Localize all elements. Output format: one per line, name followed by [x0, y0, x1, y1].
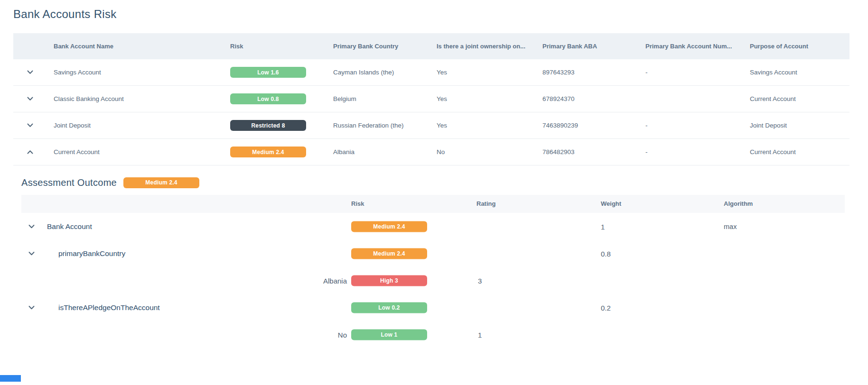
table-row: Joint Deposit Restricted 8 Russian Feder…: [13, 112, 849, 139]
column-header-purpose-of-account: Purpose of Account: [750, 43, 849, 50]
primary-bank-aba-cell: 897643293: [542, 69, 645, 76]
overall-risk-badge: Medium 2.4: [123, 177, 199, 188]
algorithm-cell: max: [724, 223, 737, 230]
purpose-of-account-cell: Joint Deposit: [750, 122, 849, 129]
chevron-down-icon: [27, 97, 33, 101]
bank-account-name-cell: Joint Deposit: [54, 122, 230, 129]
primary-bank-country-cell: Cayman Islands (the): [333, 69, 437, 76]
bank-account-name-cell: Classic Banking Account: [54, 95, 230, 102]
joint-ownership-cell: Yes: [437, 69, 542, 76]
primary-bank-country-cell: Russian Federation (the): [333, 122, 437, 129]
primary-bank-country-cell: Belgium: [333, 95, 437, 102]
assessment-row: Bank Account Medium 2.4 1 max: [21, 213, 845, 240]
chevron-down-icon: [28, 305, 35, 310]
risk-badge: Restricted 8: [230, 120, 306, 131]
risk-badge: High 3: [351, 275, 427, 286]
chevron-down-icon: [28, 224, 35, 229]
risk-badge: Low 0.8: [230, 93, 306, 104]
risk-badge: Medium 2.4: [230, 147, 306, 157]
purpose-of-account-cell: Current Account: [750, 148, 849, 156]
node-name: primaryBankCountry: [58, 249, 125, 258]
joint-ownership-cell: Yes: [437, 122, 542, 129]
primary-bank-account-num-cell: -: [645, 148, 750, 156]
column-header-primary-bank-aba: Primary Bank ABA: [542, 43, 645, 50]
assessment-outcome-section: Assessment Outcome Medium 2.4 Risk Ratin…: [21, 175, 868, 348]
risk-badge: Medium 2.4: [351, 248, 427, 259]
expand-node-button[interactable]: [28, 223, 36, 229]
assessment-row: Albania High 3 3: [21, 267, 845, 294]
rating-cell: 1: [478, 330, 482, 339]
bank-account-name-cell: Current Account: [54, 148, 230, 156]
assessment-column-weight: Weight: [601, 195, 621, 213]
risk-badge: Low 1.6: [230, 67, 306, 78]
column-header-primary-bank-country: Primary Bank Country: [333, 43, 437, 50]
column-header-risk: Risk: [230, 43, 333, 50]
assessment-table-header: Risk Rating Weight Algorithm: [21, 195, 845, 213]
assessment-row: isThereAPledgeOnTheAccount Low 0.2 0.2: [21, 294, 845, 321]
rating-cell: 3: [478, 276, 482, 284]
assessment-table: Risk Rating Weight Algorithm Bank Accoun…: [21, 195, 845, 348]
weight-cell: 0.8: [601, 249, 611, 257]
assessment-column-algorithm: Algorithm: [724, 195, 753, 213]
table-row: Classic Banking Account Low 0.8 Belgium …: [13, 86, 849, 112]
assessment-column-rating: Rating: [476, 195, 495, 213]
column-header-joint-ownership: Is there a joint ownership on...: [437, 43, 542, 50]
primary-bank-aba-cell: 7463890239: [542, 122, 645, 129]
assessment-row: primaryBankCountry Medium 2.4 0.8: [21, 240, 845, 267]
accounts-table-header: Bank Account Name Risk Primary Bank Coun…: [13, 33, 849, 59]
expand-row-button[interactable]: [26, 69, 34, 75]
expand-node-button[interactable]: [28, 250, 36, 257]
risk-badge: Medium 2.4: [351, 221, 427, 232]
chevron-down-icon: [27, 70, 33, 74]
primary-bank-country-cell: Albania: [333, 148, 437, 156]
risk-badge: Low 1: [351, 329, 427, 340]
node-value-label: No: [225, 330, 347, 339]
assessment-outcome-title: Assessment Outcome: [21, 177, 117, 188]
expand-node-button[interactable]: [28, 304, 36, 311]
chevron-up-icon: [27, 150, 33, 154]
bottom-left-blue-bar: [0, 375, 21, 382]
assessment-column-risk: Risk: [351, 195, 364, 213]
chevron-down-icon: [28, 251, 35, 256]
assessment-row: No Low 1 1: [21, 321, 845, 348]
table-row: Savings Account Low 1.6 Cayman Islands (…: [13, 59, 849, 86]
column-header-primary-bank-account-num: Primary Bank Account Num...: [645, 43, 750, 50]
chevron-down-icon: [27, 123, 33, 128]
risk-badge: Low 0.2: [351, 302, 427, 313]
weight-cell: 0.2: [601, 303, 611, 312]
bank-account-name-cell: Savings Account: [54, 69, 230, 76]
weight-cell: 1: [601, 222, 605, 230]
primary-bank-account-num-cell: -: [645, 69, 750, 76]
primary-bank-aba-cell: 678924370: [542, 95, 645, 102]
joint-ownership-cell: Yes: [437, 95, 542, 102]
node-value-label: Albania: [225, 276, 347, 284]
expand-row-button[interactable]: [26, 122, 34, 128]
node-name: Bank Account: [47, 222, 92, 231]
column-header-bank-account-name: Bank Account Name: [54, 43, 230, 50]
collapse-row-button[interactable]: [26, 149, 34, 155]
expand-row-button[interactable]: [26, 96, 34, 102]
joint-ownership-cell: No: [437, 148, 542, 156]
page-title: Bank Accounts Risk: [13, 8, 868, 21]
table-row: Current Account Medium 2.4 Albania No 78…: [13, 139, 849, 165]
primary-bank-aba-cell: 786482903: [542, 148, 645, 156]
primary-bank-account-num-cell: -: [645, 122, 750, 129]
purpose-of-account-cell: Current Account: [750, 95, 849, 102]
purpose-of-account-cell: Savings Account: [750, 69, 849, 76]
bank-accounts-table: Bank Account Name Risk Primary Bank Coun…: [13, 33, 849, 165]
node-name: isThereAPledgeOnTheAccount: [58, 303, 160, 312]
